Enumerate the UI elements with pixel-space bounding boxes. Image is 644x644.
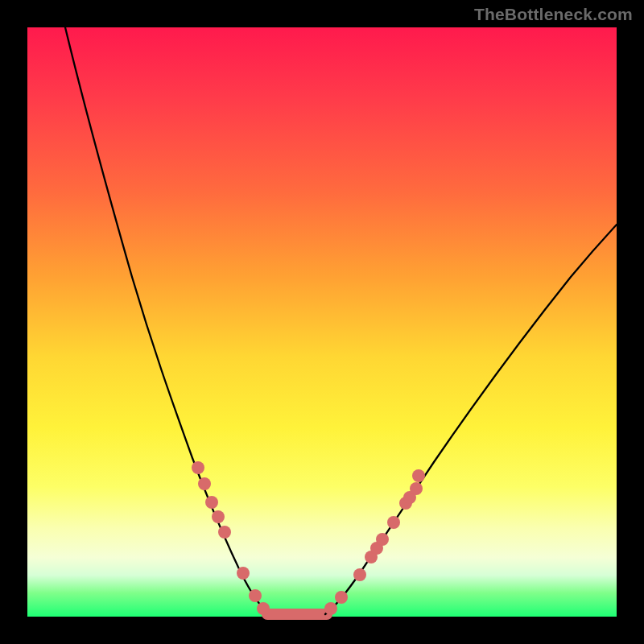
markers-right (324, 469, 425, 615)
svg-point-1 (198, 477, 211, 490)
markers-left (192, 461, 270, 615)
svg-point-14 (387, 516, 400, 529)
svg-point-9 (335, 591, 348, 604)
left-curve (65, 27, 269, 614)
plot-area (27, 27, 617, 617)
svg-point-3 (212, 510, 225, 523)
svg-point-5 (237, 567, 250, 580)
svg-point-17 (410, 482, 423, 495)
chart-svg (27, 27, 617, 617)
svg-point-10 (353, 568, 366, 581)
svg-point-4 (218, 526, 231, 539)
outer-frame: TheBottleneck.com (0, 0, 644, 644)
watermark-text: TheBottleneck.com (474, 5, 633, 24)
svg-point-13 (376, 533, 389, 546)
svg-point-0 (192, 461, 204, 474)
svg-point-8 (324, 602, 337, 615)
svg-point-7 (257, 602, 270, 615)
svg-point-2 (205, 496, 218, 509)
svg-point-18 (412, 469, 425, 482)
svg-point-6 (249, 589, 262, 602)
